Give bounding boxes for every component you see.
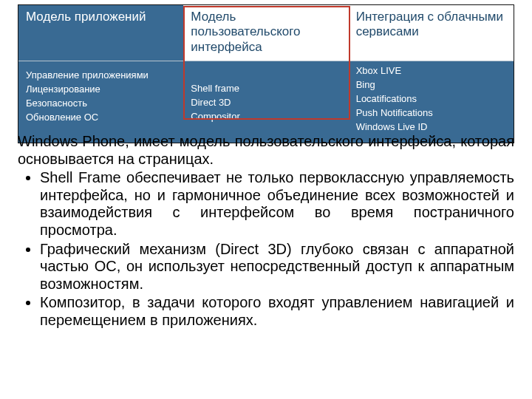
list-item: Locatifications	[356, 92, 506, 106]
list-item: Compositor	[191, 110, 341, 124]
body-text: Windows Phone, имеет модель пользователь…	[18, 133, 514, 331]
comparison-table: Модель приложений Модель пользовательско…	[18, 4, 514, 143]
list-item: Bing	[356, 78, 506, 92]
list-item: Управление приложениями	[26, 69, 176, 83]
list-item: Shell frame	[191, 82, 341, 96]
list-item: Безопасность	[26, 97, 176, 111]
table-body-row: Управление приложениями Лицензирование Б…	[18, 61, 514, 143]
list-item: Xbox LIVE	[356, 64, 506, 78]
bullet-item: Композитор, в задачи которого входят упр…	[40, 294, 514, 329]
list-item: Обновление ОС	[26, 111, 176, 125]
list-item: Windows Live ID	[356, 120, 506, 134]
body-col3: Xbox LIVE Bing Locatifications Push Noti…	[349, 61, 514, 143]
bullet-item: Графический механизм (Direct 3D) глубоко…	[40, 241, 514, 293]
body-col1: Управление приложениями Лицензирование Б…	[18, 61, 183, 143]
body-col2: Shell frame Direct 3D Compositor	[183, 61, 348, 143]
list-item: Direct 3D	[191, 96, 341, 110]
bullet-item: Shell Frame обеспечивает не только перво…	[40, 169, 514, 239]
slide: Модель приложений Модель пользовательско…	[0, 0, 532, 399]
header-col3: Интеграция с облачными сервисами	[349, 5, 514, 61]
table-header-row: Модель приложений Модель пользовательско…	[18, 5, 514, 61]
header-col1: Модель приложений	[18, 5, 183, 61]
bullet-list: Shell Frame обеспечивает не только перво…	[18, 169, 514, 329]
intro-paragraph: Windows Phone, имеет модель пользователь…	[18, 133, 514, 168]
list-item: Push Notifications	[356, 106, 506, 120]
header-col2: Модель пользовательского интерфейса	[183, 5, 348, 61]
list-item: Лицензирование	[26, 83, 176, 97]
